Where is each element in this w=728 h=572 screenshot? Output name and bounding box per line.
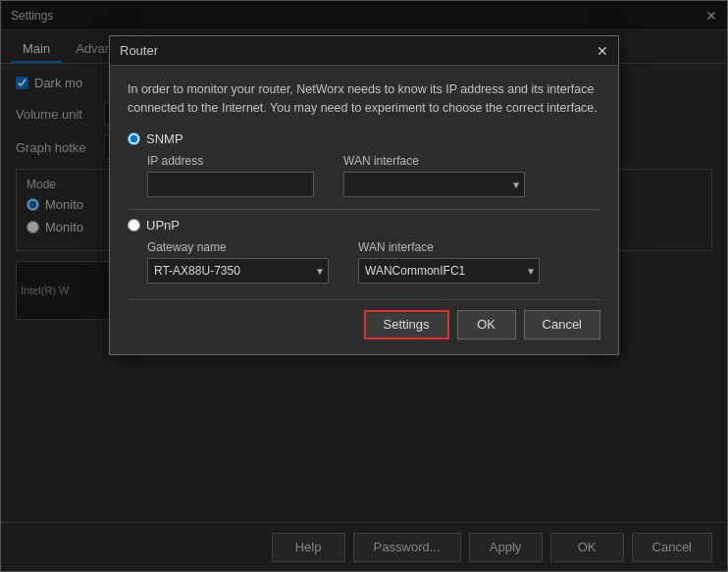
gateway-name-wrapper: RT-AX88U-7350 ▼ — [147, 258, 329, 284]
upnp-fields: Gateway name RT-AX88U-7350 ▼ WAN interfa… — [147, 240, 600, 284]
dialog-body: In order to monitor your router, NetWorx… — [110, 66, 618, 354]
dialog-info-text: In order to monitor your router, NetWorx… — [128, 80, 600, 118]
ip-address-input[interactable]: 192.168.0.1 — [147, 172, 314, 197]
snmp-radio[interactable] — [128, 132, 140, 145]
wan-interface-upnp-wrapper: WANCommonIFC1 ▼ — [358, 258, 540, 284]
ip-address-group: IP address 192.168.0.1 — [147, 154, 314, 197]
wan-interface-snmp-wrapper: ▼ — [343, 172, 525, 197]
upnp-radio[interactable] — [128, 219, 140, 232]
wan-interface-snmp-label: WAN interface — [343, 154, 525, 168]
dialog-close-button[interactable]: ✕ — [597, 43, 608, 59]
wan-interface-snmp-group: WAN interface ▼ — [343, 154, 525, 197]
wan-interface-upnp-select[interactable]: WANCommonIFC1 — [358, 258, 540, 284]
dialog-title: Router — [120, 43, 158, 58]
upnp-radio-row: UPnP — [128, 218, 600, 233]
snmp-section: SNMP IP address 192.168.0.1 WAN interfac… — [128, 131, 600, 197]
wan-interface-upnp-label: WAN interface — [358, 240, 540, 254]
dialog-settings-button[interactable]: Settings — [364, 310, 449, 339]
upnp-section: UPnP Gateway name RT-AX88U-7350 ▼ — [128, 218, 600, 284]
gateway-name-label: Gateway name — [147, 240, 329, 254]
settings-window: Settings ✕ Main Advanced Graph Colours G… — [0, 0, 728, 572]
snmp-fields: IP address 192.168.0.1 WAN interface ▼ — [147, 154, 600, 197]
wan-interface-snmp-select[interactable] — [343, 172, 525, 197]
dialog-bottom-bar: Settings OK Cancel — [128, 299, 600, 339]
dialog-title-bar: Router ✕ — [110, 36, 618, 66]
upnp-label: UPnP — [146, 218, 180, 233]
snmp-radio-row: SNMP — [128, 131, 600, 146]
snmp-label: SNMP — [146, 131, 183, 146]
ip-address-label: IP address — [147, 154, 314, 168]
router-dialog: Router ✕ In order to monitor your router… — [109, 35, 619, 355]
wan-interface-upnp-group: WAN interface WANCommonIFC1 ▼ — [358, 240, 540, 284]
dialog-cancel-button[interactable]: Cancel — [524, 310, 600, 339]
gateway-name-group: Gateway name RT-AX88U-7350 ▼ — [147, 240, 329, 284]
section-divider — [128, 209, 600, 210]
gateway-name-select[interactable]: RT-AX88U-7350 — [147, 258, 329, 284]
dialog-ok-button[interactable]: OK — [457, 310, 516, 339]
